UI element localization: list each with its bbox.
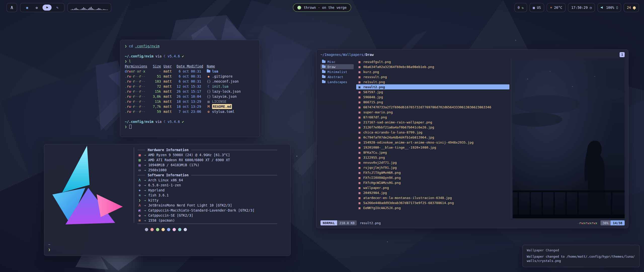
file-item[interactable]: ▣nnvuv0xj2df71.jpg bbox=[356, 160, 509, 165]
file-item[interactable]: ▣217167-sad-anime-rain-wallpaper.png bbox=[356, 120, 509, 125]
git-icon: ◆ bbox=[207, 74, 210, 79]
file-item[interactable]: ▣rsjqojlmjhf91.jpg bbox=[356, 165, 509, 170]
sidebar-dir-landscapes[interactable]: Landscapes bbox=[320, 79, 354, 84]
file-item[interactable]: ▣08a634fa02a32364f69ebc86a98eb1eb.png bbox=[356, 64, 509, 69]
status-bar: NORMAL 218.8 KB result2.png -rwxrwxrwx 3… bbox=[320, 220, 625, 226]
palette-dot bbox=[145, 228, 148, 231]
file-item[interactable]: ▣8FKa7Cu.jpeg bbox=[356, 150, 509, 155]
file-name: 3126f7e9bbf21a8a4af0b67b041c6e26.jpg bbox=[363, 125, 434, 129]
visualizer-bar bbox=[98, 8, 99, 10]
markdown-icon: M bbox=[207, 104, 210, 109]
media-player-pill[interactable]: thrown - on the verge bbox=[293, 3, 351, 12]
breadcrumb-prefix: ~/Imagenes/Wallpapers/ bbox=[320, 53, 366, 57]
image-icon: ▣ bbox=[358, 85, 361, 89]
circle-icon[interactable]: ◉ bbox=[23, 5, 31, 11]
terminal-input-line[interactable]: ❯ bbox=[125, 124, 255, 129]
file-item[interactable]: ▣ressdfgult.png bbox=[356, 59, 509, 64]
command-ls: l bbox=[129, 59, 131, 64]
notifications-widget[interactable]: 24 bbox=[624, 3, 639, 12]
file-item[interactable]: ▣FXfcHgcWIAMzs0G.png bbox=[356, 180, 509, 185]
file-item[interactable]: ▣FXfcJlTXgAMvH6R.png bbox=[356, 170, 509, 175]
fetch-value: 1558 (pacman) bbox=[148, 218, 175, 223]
file-manager-window[interactable]: ~/Imagenes/Wallpapers/Draw 1 MiscDrawMin… bbox=[316, 49, 628, 228]
clock-widget[interactable]: 17:50:29 bbox=[568, 3, 595, 12]
terminal-window[interactable]: ❯ cd .config/nvim ~/.config/nvim via v5.… bbox=[120, 40, 260, 137]
file-item[interactable]: ▣FXfcII0X0AQyn9X.png bbox=[356, 175, 509, 180]
sidebar-dir-misc[interactable]: Misc bbox=[320, 59, 354, 64]
file-name: ressdfgult.png bbox=[363, 60, 391, 64]
hardware-section-label: Hardware Information bbox=[148, 147, 189, 152]
file-item[interactable]: ▣kurz.png bbox=[356, 69, 509, 74]
file-name: FXfcHgcWIAMzs0G.png bbox=[363, 181, 401, 185]
preview-image bbox=[513, 59, 625, 218]
prompt-version: v5.4.6 bbox=[168, 119, 180, 124]
file-item[interactable]: ▣866715.png bbox=[356, 99, 509, 105]
image-icon: ▣ bbox=[358, 201, 361, 205]
visualizer-bar bbox=[73, 9, 74, 10]
flower-icon[interactable]: ✿ bbox=[33, 5, 41, 11]
permissions-string: .rw-r--r-- bbox=[125, 89, 148, 94]
file-item[interactable]: ▣wallpaper.png bbox=[356, 185, 509, 190]
file-item[interactable]: ▣3126f7e9bbf21a8a4af0b67b041c6e26.jpg bbox=[356, 125, 509, 130]
file-name: 19201080-__blue-tinge__-1920×1080.jpg bbox=[363, 146, 436, 149]
fetch-shell-prompt[interactable]: ~ ❯ bbox=[48, 242, 50, 252]
updates-widget[interactable]: 0 bbox=[514, 3, 527, 12]
file-name: lazy-lock.json bbox=[212, 89, 241, 94]
file-name: 587597.jpg bbox=[363, 90, 383, 94]
file-item[interactable]: ▣87r687df.png bbox=[356, 115, 509, 120]
file-item[interactable]: ▣596848.jpg bbox=[356, 94, 509, 99]
tab-indicator[interactable]: 1 bbox=[620, 52, 625, 57]
file-name: atardecer-en-la-montanas-ilustracion-634… bbox=[363, 196, 452, 200]
permissions-string: drwxr-xr-x bbox=[125, 69, 148, 74]
file-item[interactable]: ▣3122955.png bbox=[356, 155, 509, 160]
file-name: stylua.toml bbox=[212, 109, 234, 114]
launcher-button[interactable] bbox=[7, 3, 17, 12]
visualizer-bar bbox=[71, 10, 71, 10]
book-icon: ▤ bbox=[207, 99, 210, 104]
fetch-value: JetBrainsMono Nerd Font Light 10 [GTK2/3… bbox=[148, 203, 232, 208]
file-name-cell: lua bbox=[207, 69, 255, 74]
file-item[interactable]: ▣19201080-__blue-tinge__-1920×1080.jpg bbox=[356, 145, 509, 150]
file-item[interactable]: ▣atardecer-en-la-montanas-ilustracion-63… bbox=[356, 195, 509, 200]
file-item[interactable]: ▣EeNKYgIUcAAJ5JX.png bbox=[356, 205, 509, 210]
ls-row: .rw-r--r--59matt 7 oct 23:06⚙stylua.toml bbox=[125, 109, 255, 114]
fetch-line: ▧→AMD ATI Radeon RX 6800/6800 XT / 6900 … bbox=[138, 157, 286, 162]
file-size: 72 bbox=[150, 84, 161, 89]
file-name: .neoconf.json bbox=[212, 79, 239, 84]
file-item[interactable]: ▣5a266e448add93deab367d87173e9f25-683788… bbox=[356, 200, 509, 205]
prompt-version: v5.4.6 bbox=[168, 54, 180, 59]
file-item[interactable]: ▣587597.jpg bbox=[356, 89, 509, 94]
directory-sidebar: MiscDrawMinimalistAbstractLandscapes bbox=[320, 59, 354, 218]
software-lines: Λ→Arch Linux x86_64⚙→6.5.8-zen1-1-zen❖→H… bbox=[138, 178, 286, 223]
visualizer-bar bbox=[107, 10, 108, 10]
volume-widget[interactable]: 100% bbox=[597, 3, 621, 12]
keyboard-layout-widget[interactable]: US bbox=[530, 3, 544, 12]
file-item[interactable]: ▣super-mario.png bbox=[356, 110, 509, 115]
arrow-icon: → bbox=[144, 162, 146, 167]
notification-popup[interactable]: Wallpaper Changed Wallpaper changed to /… bbox=[522, 245, 640, 267]
file-item[interactable]: ▣resssult.png bbox=[356, 74, 509, 79]
prompt-symbol: ❯ bbox=[48, 247, 50, 252]
lua-moon-icon bbox=[164, 119, 166, 124]
file-item[interactable]: ▣154928-odinokoe_anime-art-anime-okno-si… bbox=[356, 140, 509, 145]
file-name: result2.png bbox=[363, 85, 385, 89]
file-name: 0c794faf07de24a4db4d4fb1eb813964.jpg bbox=[363, 135, 434, 139]
file-name: lazyvim.json bbox=[212, 94, 237, 99]
file-item[interactable]: ▣20492984.jpg bbox=[356, 190, 509, 195]
visualizer-bar bbox=[95, 10, 95, 10]
weather-widget[interactable]: 26°C bbox=[547, 3, 566, 12]
file-name-cell: {}lazy-lock.json bbox=[207, 89, 255, 94]
pen-icon[interactable]: ✎ bbox=[54, 5, 61, 11]
file-item[interactable]: ▣68747470733a2f2f696d616765732d7769786d7… bbox=[356, 105, 509, 110]
file-item[interactable]: ▣result2.png bbox=[356, 84, 509, 89]
fastfetch-window[interactable]: Hardware Information ▦→AMD Ryzen 9 5900X… bbox=[44, 144, 291, 256]
file-item[interactable]: ▣re1sult.png bbox=[356, 79, 509, 84]
sidebar-dir-minimalist[interactable]: Minimalist bbox=[320, 69, 354, 74]
file-item[interactable]: ▣0c794faf07de24a4db4d4fb1eb813964.jpg bbox=[356, 135, 509, 140]
file-item[interactable]: ▣chica-mirando-la-luna-8799.jpg bbox=[356, 130, 509, 135]
sidebar-dir-abstract[interactable]: Abstract bbox=[320, 74, 354, 79]
file-name: chica-mirando-la-luna-8799.jpg bbox=[363, 130, 422, 134]
flag-icon[interactable]: ⚑ bbox=[43, 5, 52, 11]
file-owner: matt bbox=[164, 89, 174, 94]
sidebar-dir-draw[interactable]: Draw bbox=[320, 64, 354, 69]
